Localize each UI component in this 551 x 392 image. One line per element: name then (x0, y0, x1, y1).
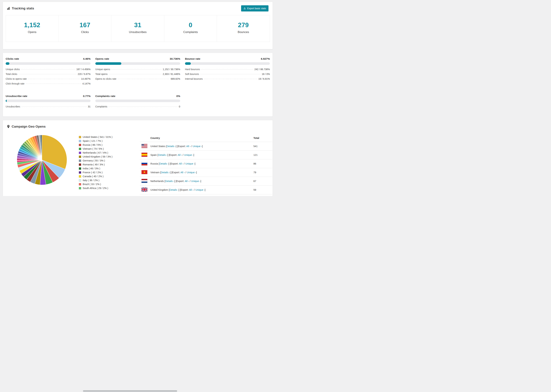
details-link[interactable]: Details › (167, 145, 176, 147)
geo-pie-chart (16, 134, 68, 186)
legend-label: Canada ( 40 / 2% ) (83, 175, 104, 178)
tracking-stats-title: Tracking stats (12, 7, 34, 10)
legend-swatch-icon (79, 171, 81, 174)
stat-clicks-value: 167 (59, 21, 111, 29)
legend-label: Romania ( 49 / 3% ) (83, 163, 105, 166)
details-link[interactable]: Details › (170, 189, 178, 191)
stat-row-label: Opens to clicks rate (95, 77, 116, 80)
es-flag-icon (141, 153, 147, 157)
export-unique-link[interactable]: Unique › (184, 154, 194, 156)
export-all-link[interactable]: All › (185, 180, 189, 182)
stat-clicks: 167 Clicks (58, 15, 111, 42)
legend-item[interactable]: United States ( 541 / 31% ) (79, 136, 137, 138)
legend-item[interactable]: Brazil ( 33 / 2% ) (79, 183, 137, 186)
export-unique-link[interactable]: Unique › (191, 180, 201, 182)
legend-swatch-icon (79, 156, 81, 158)
geo-content: United States ( 541 / 31% )Spain ( 121 /… (3, 128, 273, 196)
total-column-header: Total (252, 134, 272, 142)
legend-item[interactable]: Russia ( 86 / 5% ) (79, 143, 137, 146)
bounce-rate-progress-fill (185, 62, 191, 65)
legend-swatch-icon (79, 179, 81, 182)
export-all-link[interactable]: All › (180, 171, 185, 174)
rate-stat-row: Complaints0 (95, 105, 180, 108)
stat-row-value: 0 (179, 105, 180, 108)
unsubscribe-rate-title: Unsubscribe rate (6, 95, 27, 98)
bounce-rate-title: Bounce rate (185, 57, 200, 60)
export-unique-link[interactable]: Unique › (185, 162, 195, 165)
rate-panel-complaints: Complaints rate 0% Complaints0 (95, 95, 180, 110)
geo-table-header-row: Country Total (140, 134, 272, 142)
legend-item[interactable]: South Africa ( 29 / 2% ) (79, 187, 137, 189)
country-name: Netherlands (150, 180, 164, 182)
export-icon (243, 7, 246, 10)
stat-opens: 1,152 Opens (6, 15, 58, 42)
details-link[interactable]: Details › (165, 180, 174, 182)
campaign-geo-opens-card: Campaign Geo Opens United States ( 541 /… (3, 120, 273, 196)
opens-rate-title: Opens rate (95, 57, 109, 60)
stat-clicks-label: Clicks (59, 30, 111, 34)
country-name: Spain (150, 154, 157, 156)
geo-table-row: United Kingdom [Details ›] [Export: All … (140, 186, 272, 194)
details-link[interactable]: Details › (161, 171, 170, 174)
unsubscribe-rate-value: 0.77% (83, 95, 91, 98)
legend-swatch-icon (79, 175, 81, 177)
legend-label: Vietnam ( 79 / 5% ) (83, 147, 104, 150)
legend-item[interactable]: France ( 42 / 2% ) (79, 171, 137, 174)
export-basic-stats-button[interactable]: Export basic stats (241, 5, 269, 11)
rate-stat-row: Total clicks220 / 5.87% (6, 73, 91, 76)
stat-complaints: 0 Complaints (164, 15, 217, 42)
legend-label: United States ( 541 / 31% ) (83, 136, 113, 138)
rates-card: Clicks rate 4.46% Unique clicks167 / 4.4… (3, 53, 273, 117)
country-total: 67 (252, 177, 272, 186)
rate-stat-row: Opens to clicks rate689.82% (95, 77, 180, 80)
legend-item[interactable]: Spain ( 121 / 7% ) (79, 140, 137, 142)
legend-item[interactable]: Italy ( 36 / 2% ) (79, 179, 137, 182)
clicks-rate-rows: Unique clicks167 / 4.456%Total clicks220… (6, 68, 91, 85)
export-all-link[interactable]: All › (178, 154, 182, 156)
details-link[interactable]: Details › (158, 154, 167, 156)
dotted-leader (26, 84, 81, 84)
clicks-rate-progressbar (6, 62, 91, 65)
rate-stat-row: Internal bounces19 / 6.81% (185, 77, 270, 80)
details-link[interactable]: Details › (159, 162, 168, 165)
dotted-leader (21, 69, 75, 70)
gb-flag-icon (141, 188, 147, 192)
legend-item[interactable]: India ( 46 / 3% ) (79, 167, 137, 170)
rate-stat-row: Soft bounces18 / 0% (185, 73, 270, 76)
country-total: 86 (252, 159, 272, 168)
geo-title: Campaign Geo Opens (12, 125, 46, 128)
legend-swatch-icon (79, 140, 81, 142)
stat-row-value: 1,152 / 30.736% (163, 68, 180, 71)
legend-item[interactable]: Romania ( 49 / 3% ) (79, 163, 137, 166)
clicks-rate-progress-fill (6, 62, 9, 65)
legend-swatch-icon (79, 144, 81, 146)
stat-row-value: 2,303 / 61.446% (163, 73, 180, 76)
stat-complaints-value: 0 (164, 21, 217, 29)
export-all-link[interactable]: All › (189, 189, 193, 191)
tracking-stats-page: Tracking stats Export basic stats 1,152 … (0, 0, 276, 196)
unsubscribe-rate-progress-fill (6, 99, 7, 102)
legend-swatch-icon (79, 163, 81, 166)
legend-item[interactable]: Canada ( 40 / 2% ) (79, 175, 137, 178)
country-total: 121 (252, 151, 272, 159)
legend-swatch-icon (79, 160, 81, 162)
legend-label: France ( 42 / 2% ) (83, 171, 103, 174)
legend-label: Spain ( 121 / 7% ) (83, 140, 103, 142)
stat-row-label: Clicks to opens rate (6, 77, 27, 80)
tracking-stats-header: Tracking stats Export basic stats (3, 2, 273, 15)
stat-row-value: 19 / 6.81% (258, 77, 270, 80)
stat-row-value: 220 / 5.87% (78, 73, 91, 76)
country-name: Vietnam (150, 171, 160, 174)
legend-item[interactable]: Germany ( 55 / 3% ) (79, 159, 137, 162)
legend-label: Italy ( 36 / 2% ) (83, 179, 99, 182)
legend-item[interactable]: Vietnam ( 79 / 5% ) (79, 147, 137, 150)
export-unique-link[interactable]: Unique › (187, 171, 196, 174)
bounce-rate-progressbar (185, 62, 270, 65)
export-unique-link[interactable]: Unique › (193, 145, 202, 147)
export-all-link[interactable]: All › (179, 162, 183, 165)
legend-item[interactable]: United Kingdom ( 59 / 3% ) (79, 155, 137, 158)
legend-item[interactable]: Netherlands ( 67 / 4% ) (79, 151, 137, 154)
export-unique-link[interactable]: Unique › (195, 189, 205, 191)
export-all-link[interactable]: All › (186, 145, 191, 147)
stat-row-label: Click through rate (6, 82, 24, 85)
